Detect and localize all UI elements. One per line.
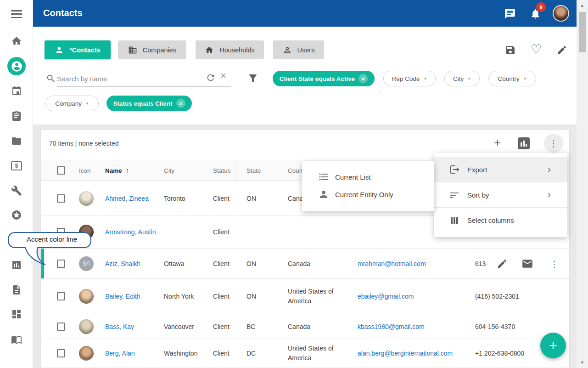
filter-dropdown-country[interactable]: Country ▼ [488, 71, 536, 86]
cell-email-link[interactable]: kbass1980@gmail.com [358, 322, 472, 331]
tab-users[interactable]: Users [273, 40, 324, 59]
chevron-right-icon: › [548, 190, 551, 199]
sidebar-item-contacts-active[interactable] [7, 57, 26, 75]
row-checkbox[interactable] [57, 349, 65, 357]
tab-households[interactable]: Households [196, 40, 264, 59]
callout-text: Accent color line [12, 235, 92, 243]
sidebar-item-billing[interactable]: $ [11, 160, 22, 171]
search-input[interactable] [57, 71, 231, 87]
chat-button[interactable] [504, 8, 516, 20]
contact-name-link[interactable]: Berg, Alan [105, 349, 157, 358]
scrollbar-thumb[interactable] [579, 12, 586, 52]
menu-item-sort-by[interactable]: Sort by › [434, 182, 567, 208]
scroll-up-arrow[interactable]: ▲ [577, 1, 588, 10]
remove-filter-icon[interactable]: × [358, 74, 368, 83]
cell-email-link[interactable]: mrahman@hotmail.com [358, 259, 472, 268]
home-icon [205, 45, 214, 55]
row-checkbox[interactable] [57, 292, 65, 300]
cell-phone: (416) 502-2301 [475, 292, 530, 301]
row-menu-button[interactable]: ⋮ [550, 258, 559, 269]
filter-chip-status[interactable]: Status equals Client × [106, 96, 192, 111]
hamburger-menu-icon[interactable] [11, 10, 22, 18]
sidebar-item-calendar[interactable] [11, 85, 22, 96]
cell-email-link[interactable]: alan.berg@berginternational.com [358, 349, 472, 358]
email-contact-button[interactable] [521, 258, 533, 270]
wrench-icon [11, 185, 22, 196]
cell-city: Toronto [164, 193, 207, 203]
add-contact-fab[interactable]: + [540, 333, 566, 358]
row-checkbox[interactable] [57, 194, 65, 203]
cell-phone: +1 202-638-0800 [475, 349, 530, 358]
row-checkbox[interactable] [57, 323, 65, 331]
chip-label: Country [498, 75, 519, 82]
cell-email-link[interactable]: ebailey@gmail.com [358, 292, 472, 301]
list-menu-button[interactable]: ⋮ [544, 134, 563, 153]
column-header-state[interactable]: State [246, 167, 261, 174]
chip-label: Rep Code [392, 75, 420, 82]
tab-companies[interactable]: Companies [118, 40, 186, 59]
filter-chip-client-state[interactable]: Client State equals Active × [273, 71, 375, 86]
save-view-button[interactable] [505, 45, 517, 57]
cell-city: Washington [164, 349, 207, 358]
table-row[interactable]: Berg, Alan Washington Client DC United S… [41, 339, 569, 368]
contact-name-link[interactable]: Aziz, Shaikh [105, 259, 157, 268]
user-avatar[interactable] [553, 5, 569, 22]
sort-icon [449, 189, 460, 200]
contact-name-link[interactable]: Ahmed, Zineea [105, 193, 157, 203]
vertical-scrollbar[interactable]: ▲ ▼ [577, 0, 588, 368]
filter-button[interactable] [247, 73, 258, 84]
clipboard-icon [11, 110, 22, 121]
edit-contact-button[interactable] [497, 258, 508, 269]
chart-view-button[interactable] [518, 137, 530, 149]
submenu-item-current-list[interactable]: Current List [302, 168, 434, 186]
column-header-name[interactable]: Name↑ [105, 167, 129, 174]
table-row[interactable]: Bass, Kay Vancouver Client BC Canada kba… [41, 314, 569, 339]
column-header-status[interactable]: Status [213, 167, 230, 174]
select-all-checkbox[interactable] [57, 166, 65, 175]
column-header-city[interactable]: City [164, 167, 174, 174]
contact-name-link[interactable]: Bass, Kay [105, 322, 157, 331]
chevron-down-icon: ▼ [523, 77, 527, 81]
sidebar-item-home[interactable] [11, 35, 22, 46]
sidebar-item-directory[interactable] [11, 334, 22, 345]
cell-city: Ottawa [164, 259, 207, 268]
pencil-icon [497, 258, 508, 269]
sidebar-item-tools[interactable] [11, 185, 22, 196]
cell-status: Client [213, 349, 243, 358]
add-item-button[interactable]: + [494, 136, 501, 148]
sidebar-item-tasks[interactable] [11, 110, 22, 121]
favorite-view-button[interactable]: ♡ [531, 43, 543, 55]
app-header: Contacts 9 [33, 0, 577, 27]
list-summary: 70 items | none selected [49, 140, 119, 147]
refresh-button[interactable] [206, 73, 216, 83]
menu-item-select-columns[interactable]: Select columns [434, 208, 567, 233]
sidebar-item-files[interactable] [11, 284, 22, 295]
dashboard-icon [11, 309, 22, 320]
sidebar-item-dashboard[interactable] [11, 309, 22, 320]
contact-name-link[interactable]: Armstrong, Austin [105, 227, 157, 237]
person-icon [318, 189, 329, 200]
cell-country: United States of America [288, 287, 354, 306]
filter-dropdown-rep-code[interactable]: Rep Code ▼ [383, 71, 436, 86]
cell-state: BC [246, 322, 283, 331]
sidebar-item-documents[interactable] [11, 136, 22, 147]
contact-name-link[interactable]: Bailey, Edith [105, 292, 157, 301]
edit-view-button[interactable] [556, 45, 568, 57]
remove-filter-icon[interactable]: × [176, 99, 185, 108]
clear-search-button[interactable]: × [220, 70, 226, 82]
filter-dropdown-company[interactable]: Company ▼ [45, 96, 99, 111]
column-header-icon[interactable]: Icon [79, 167, 91, 174]
sidebar-item-favorites[interactable] [11, 209, 22, 221]
cell-country: Canada [288, 322, 354, 331]
tab-contacts[interactable]: *Contacts [45, 40, 111, 59]
star-circle-icon [11, 209, 22, 221]
pencil-icon [556, 45, 567, 56]
cell-phone: 604-156-4370 [475, 322, 530, 331]
table-row-highlighted[interactable]: SA Aziz, Shaikh Ottawa Client ON Canada … [41, 249, 569, 279]
submenu-item-current-entity-only[interactable]: Current Entity Only [302, 186, 434, 203]
table-row[interactable]: Bailey, Edith North York Client ON Unite… [41, 279, 569, 314]
filter-dropdown-city[interactable]: City ▼ [444, 71, 480, 86]
menu-item-label: Sort by [467, 191, 489, 199]
scroll-down-arrow[interactable]: ▼ [577, 358, 588, 367]
menu-item-export[interactable]: Export › [434, 157, 567, 182]
